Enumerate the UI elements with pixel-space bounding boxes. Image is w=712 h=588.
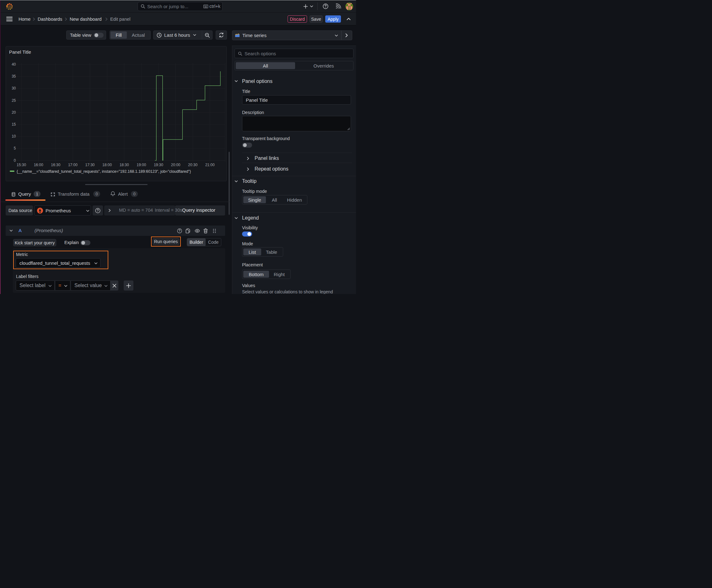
svg-text:20: 20: [12, 110, 16, 114]
svg-text:35: 35: [12, 74, 16, 79]
svg-text:19:00: 19:00: [136, 163, 146, 167]
svg-text:16:00: 16:00: [34, 163, 43, 167]
svg-text:5: 5: [14, 146, 16, 150]
svg-text:18:30: 18:30: [120, 163, 129, 167]
svg-text:17:00: 17:00: [68, 163, 78, 167]
svg-text:10: 10: [12, 134, 16, 139]
svg-text:19:30: 19:30: [154, 163, 163, 167]
svg-text:18:00: 18:00: [102, 163, 112, 167]
svg-text:21:00: 21:00: [205, 163, 215, 167]
svg-text:20:00: 20:00: [171, 163, 180, 167]
svg-text:{__name__="cloudflared_tunnel_: {__name__="cloudflared_tunnel_total_requ…: [17, 169, 191, 174]
svg-text:25: 25: [12, 98, 16, 103]
svg-text:0: 0: [14, 158, 16, 163]
svg-text:20:30: 20:30: [188, 163, 197, 167]
svg-text:30: 30: [12, 86, 16, 90]
svg-text:40: 40: [12, 62, 16, 67]
svg-text:17:30: 17:30: [85, 163, 94, 167]
svg-text:16:30: 16:30: [51, 163, 60, 167]
svg-text:15:30: 15:30: [17, 163, 26, 167]
svg-text:15: 15: [12, 122, 16, 127]
